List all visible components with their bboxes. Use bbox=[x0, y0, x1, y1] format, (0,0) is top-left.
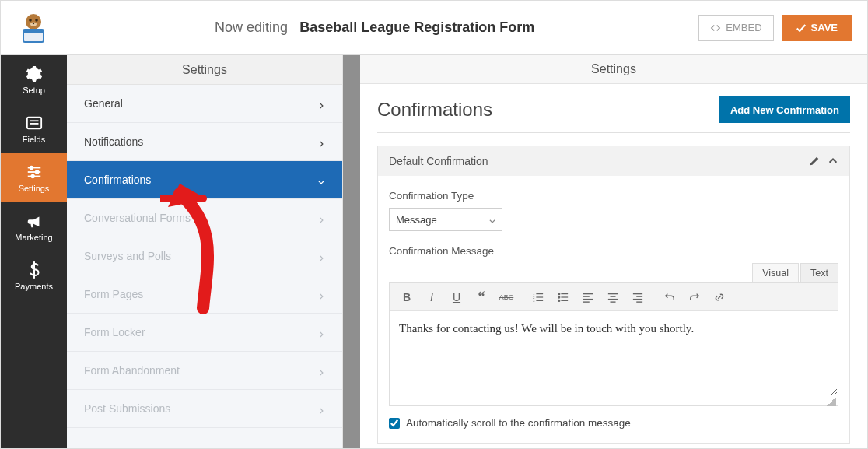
svg-point-2 bbox=[35, 19, 38, 22]
italic-icon[interactable]: I bbox=[422, 288, 441, 307]
chevron-down-icon bbox=[317, 176, 325, 184]
page-title: Now editing Baseball League Registration… bbox=[51, 19, 698, 36]
sidebar-item-form-pages[interactable]: Form Pages bbox=[67, 275, 342, 314]
sidebar-item-label: Confirmations bbox=[84, 174, 151, 186]
content: Settings Confirmations Add New Confirmat… bbox=[360, 55, 867, 448]
svg-point-24 bbox=[558, 296, 560, 298]
autoscroll-row[interactable]: Automatically scroll to the confirmation… bbox=[389, 417, 838, 429]
app-logo bbox=[16, 11, 51, 45]
submenu-breadcrumb: Settings bbox=[67, 55, 342, 85]
svg-text:3: 3 bbox=[533, 299, 535, 303]
sidebar-item-form-abandonment[interactable]: Form Abandonment bbox=[67, 352, 342, 390]
list-ol-icon[interactable]: 123 bbox=[529, 288, 548, 307]
editor-tab-text[interactable]: Text bbox=[800, 263, 838, 282]
embed-button[interactable]: EMBED bbox=[698, 15, 773, 41]
nav-label: Fields bbox=[23, 135, 45, 144]
svg-point-26 bbox=[558, 300, 560, 301]
svg-point-22 bbox=[558, 293, 560, 294]
sidebar-item-label: General bbox=[84, 97, 123, 110]
nav-payments[interactable]: Payments bbox=[1, 251, 67, 300]
panel-title: Default Confirmation bbox=[389, 155, 488, 167]
confirmation-panel: Default Confirmation Confirmation Type bbox=[377, 146, 850, 444]
underline-icon[interactable]: U bbox=[447, 288, 466, 307]
save-button[interactable]: SAVE bbox=[782, 15, 852, 41]
sidebar-item-conversational-forms[interactable]: Conversational Forms bbox=[67, 199, 342, 237]
nav-marketing[interactable]: Marketing bbox=[1, 202, 67, 251]
chevron-right-icon bbox=[317, 100, 325, 107]
add-confirmation-button[interactable]: Add New Confirmation bbox=[719, 96, 850, 123]
settings-submenu: Settings GeneralNotificationsConfirmatio… bbox=[67, 55, 343, 448]
sidebar-item-label: Conversational Forms bbox=[84, 212, 191, 224]
list-icon bbox=[26, 114, 43, 132]
sidebar-item-label: Form Abandonment bbox=[84, 364, 180, 377]
type-label: Confirmation Type bbox=[389, 190, 838, 202]
align-left-icon[interactable] bbox=[579, 288, 597, 307]
chevron-up-icon[interactable] bbox=[828, 156, 838, 167]
gutter bbox=[343, 55, 360, 448]
editing-prefix: Now editing bbox=[215, 19, 288, 35]
undo-icon[interactable] bbox=[660, 288, 679, 307]
nav-fields[interactable]: Fields bbox=[1, 104, 67, 153]
sliders-icon bbox=[26, 163, 43, 181]
sidebar-item-label: Notifications bbox=[84, 135, 143, 148]
align-center-icon[interactable] bbox=[604, 288, 622, 307]
bullhorn-icon bbox=[26, 212, 43, 230]
top-bar: Now editing Baseball League Registration… bbox=[1, 1, 867, 55]
autoscroll-checkbox[interactable] bbox=[389, 418, 400, 429]
list-ul-icon[interactable] bbox=[554, 288, 572, 307]
nav-label: Marketing bbox=[15, 233, 52, 242]
side-nav: Setup Fields Settings Marketing bbox=[1, 55, 67, 448]
sidebar-item-label: Form Locker bbox=[84, 326, 145, 339]
svg-point-0 bbox=[26, 14, 41, 30]
content-title: Confirmations bbox=[377, 99, 492, 121]
confirmation-type-select[interactable]: Message bbox=[389, 208, 502, 231]
message-textarea[interactable]: Thanks for contacting us! We will be in … bbox=[390, 311, 838, 395]
chevron-right-icon bbox=[317, 214, 325, 222]
strike-icon[interactable]: ABC bbox=[497, 288, 516, 307]
chevron-right-icon bbox=[317, 252, 325, 260]
chevron-right-icon bbox=[317, 405, 325, 412]
nav-label: Payments bbox=[15, 282, 53, 291]
nav-label: Settings bbox=[19, 184, 50, 193]
sidebar-item-confirmations[interactable]: Confirmations bbox=[67, 161, 342, 199]
form-name: Baseball League Registration Form bbox=[299, 19, 534, 35]
chevron-right-icon bbox=[317, 328, 325, 336]
gear-icon bbox=[26, 65, 43, 82]
autoscroll-label: Automatically scroll to the confirmation… bbox=[406, 417, 631, 429]
svg-point-14 bbox=[35, 170, 38, 174]
sidebar-item-general[interactable]: General bbox=[67, 85, 342, 123]
sidebar-item-post-submissions[interactable]: Post Submissions bbox=[67, 390, 342, 428]
nav-settings[interactable]: Settings bbox=[1, 153, 67, 202]
editor-tab-visual[interactable]: Visual bbox=[752, 263, 799, 282]
check-icon bbox=[796, 23, 807, 33]
bold-icon[interactable]: B bbox=[397, 288, 416, 307]
content-breadcrumb: Settings bbox=[360, 55, 867, 84]
redo-icon[interactable] bbox=[685, 288, 704, 307]
chevron-right-icon bbox=[317, 367, 325, 374]
svg-point-4 bbox=[33, 22, 34, 23]
svg-point-1 bbox=[29, 19, 32, 22]
dollar-icon bbox=[26, 261, 43, 279]
sidebar-item-notifications[interactable]: Notifications bbox=[67, 123, 342, 161]
sidebar-item-label: Form Pages bbox=[84, 288, 143, 300]
sidebar-item-form-locker[interactable]: Form Locker bbox=[67, 314, 342, 352]
svg-point-15 bbox=[31, 174, 34, 177]
pencil-icon[interactable] bbox=[809, 156, 820, 167]
sidebar-item-label: Post Submissions bbox=[84, 402, 170, 415]
editor-toolbar: B I U “ ABC 123 bbox=[390, 283, 838, 311]
link-icon[interactable] bbox=[710, 288, 729, 307]
resize-handle[interactable] bbox=[390, 398, 838, 405]
message-label: Confirmation Message bbox=[389, 245, 838, 257]
chevron-right-icon bbox=[317, 138, 325, 146]
nav-label: Setup bbox=[23, 86, 45, 95]
sidebar-item-surveys-and-polls[interactable]: Surveys and Polls bbox=[67, 237, 342, 275]
svg-rect-6 bbox=[23, 30, 44, 33]
align-right-icon[interactable] bbox=[628, 288, 647, 307]
code-icon bbox=[710, 23, 721, 33]
nav-setup[interactable]: Setup bbox=[1, 55, 67, 104]
chevron-right-icon bbox=[317, 290, 325, 298]
panel-header[interactable]: Default Confirmation bbox=[378, 146, 849, 176]
svg-point-13 bbox=[30, 166, 33, 169]
quote-icon[interactable]: “ bbox=[472, 288, 491, 307]
sidebar-item-label: Surveys and Polls bbox=[84, 250, 171, 262]
